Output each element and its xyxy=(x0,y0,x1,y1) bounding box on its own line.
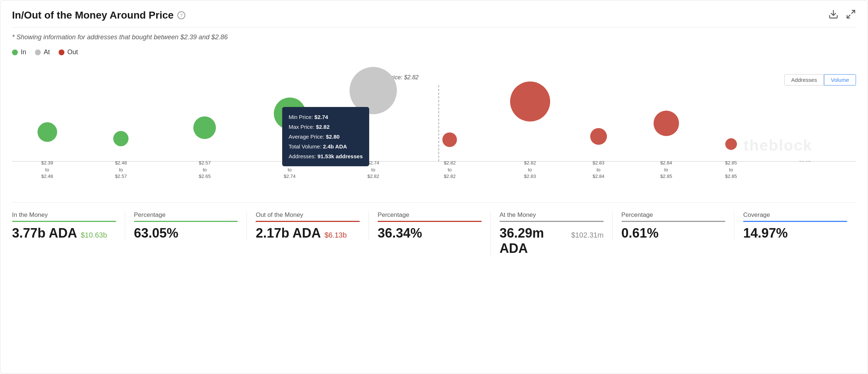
stat-sub-out: $6.13b xyxy=(324,231,347,239)
bubble-8[interactable] xyxy=(590,128,607,145)
stat-at-pct: Percentage 0.61% xyxy=(612,211,734,241)
stat-value-coverage: 14.97% xyxy=(743,226,847,241)
price-label-11: $2.85to$2.86 xyxy=(792,160,818,162)
stat-number-coverage: 14.97% xyxy=(743,226,788,241)
stat-at-the-money: At the Money 36.29m ADA $102.31m xyxy=(490,211,612,256)
stat-out-pct: Percentage 36.34% xyxy=(368,211,490,241)
stat-in-pct: Percentage 63.05% xyxy=(125,211,247,241)
price-label-10: $2.85to$2.85 xyxy=(718,160,744,180)
stat-number-in: 3.77b ADA xyxy=(12,226,77,241)
stat-value-at-pct: 0.61% xyxy=(622,226,726,241)
tooltip-max-label: Max Price: xyxy=(289,124,316,130)
stat-out-the-money: Out of the Money 2.17b ADA $6.13b xyxy=(246,211,368,241)
stat-number-at: 36.29m ADA xyxy=(500,226,568,256)
tooltip-avg-value: $2.80 xyxy=(326,134,340,140)
stat-underline-in-pct xyxy=(134,221,238,222)
bubble-col-8: $2.83to$2.84 xyxy=(590,145,607,162)
tooltip-avg-label: Average Price: xyxy=(289,134,326,140)
legend-in: In xyxy=(12,48,26,56)
price-label-2: $2.48to$2.57 xyxy=(108,160,134,180)
stat-underline-out-pct xyxy=(378,221,482,222)
legend: In At Out xyxy=(12,48,856,56)
legend-at: At xyxy=(35,48,50,56)
tooltip-min-value: $2.74 xyxy=(315,114,328,120)
price-label-1: $2.39to$2.48 xyxy=(35,160,60,180)
stat-value-out-pct: 36.34% xyxy=(378,226,482,241)
chart-area: Addresses Volume Current Price: $2.82 th… xyxy=(12,74,856,191)
stat-label-in-pct: Percentage xyxy=(134,211,238,219)
bubble-9[interactable] xyxy=(654,111,679,136)
stat-in-the-money: In the Money 3.77b ADA $10.63b xyxy=(12,211,125,241)
stat-value-in: 3.77b ADA $10.63b xyxy=(12,226,116,241)
price-line xyxy=(438,85,439,162)
bubble-6[interactable] xyxy=(442,132,457,147)
stat-underline-at xyxy=(500,221,604,222)
stat-underline-coverage xyxy=(743,221,847,222)
price-label-6: $2.82to$2.82 xyxy=(437,160,462,180)
price-label-7: $2.82to$2.83 xyxy=(517,160,543,180)
legend-dot-at xyxy=(35,49,41,55)
bubble-1[interactable] xyxy=(38,122,57,142)
svg-line-1 xyxy=(852,11,855,13)
stat-underline-at-pct xyxy=(622,221,726,222)
subtitle: * Showing information for addresses that… xyxy=(12,33,856,41)
stat-label-out-pct: Percentage xyxy=(378,211,482,219)
bubble-col-2: $2.48to$2.57 xyxy=(113,146,129,162)
bubble-col-11: $2.85to$2.86 xyxy=(789,129,821,162)
legend-out: Out xyxy=(59,48,78,56)
tooltip-addr-value: 91.53k addresses xyxy=(317,153,363,159)
stats-row: In the Money 3.77b ADA $10.63b Percentag… xyxy=(12,202,856,256)
tooltip-avg-price: Average Price: $2.80 xyxy=(289,132,363,142)
price-label-8: $2.83to$2.84 xyxy=(586,160,611,180)
tooltip-volume-label: Total Volume: xyxy=(289,143,323,150)
stat-number-out: 2.17b ADA xyxy=(256,226,321,241)
price-label-3: $2.57to$2.65 xyxy=(192,160,217,180)
legend-label-at: At xyxy=(44,48,50,56)
card-title: In/Out of the Money Around Price xyxy=(12,9,174,21)
bubble-7[interactable] xyxy=(510,81,550,122)
tooltip-min-price: Min Price: $2.74 xyxy=(289,112,363,122)
stat-number-in-pct: 63.05% xyxy=(134,226,178,241)
main-card: In/Out of the Money Around Price ? xyxy=(0,0,868,374)
stat-coverage: Coverage 14.97% xyxy=(734,211,856,241)
stat-label-at: At the Money xyxy=(500,211,604,219)
bubble-col-10: $2.85to$2.85 xyxy=(725,150,737,162)
bubble-col-9: $2.84to$2.85 xyxy=(654,136,679,162)
bubble-3[interactable] xyxy=(193,116,216,139)
stat-label-in: In the Money xyxy=(12,211,116,219)
stat-sub-in: $10.63b xyxy=(81,231,107,239)
bubble-2[interactable] xyxy=(113,131,129,146)
stat-number-at-pct: 0.61% xyxy=(622,226,659,241)
bubble-col-6: $2.82to$2.82 xyxy=(442,147,457,162)
legend-label-in: In xyxy=(21,48,26,56)
stat-value-at: 36.29m ADA $102.31m xyxy=(500,226,604,256)
bubble-col-3: $2.57to$2.65 xyxy=(193,139,216,162)
bubble-10[interactable] xyxy=(725,138,737,150)
bubble-chart: Current Price: $2.82 theblock $2.39to$2.… xyxy=(12,74,856,191)
tooltip-volume-value: 2.4b ADA xyxy=(323,143,347,150)
stat-underline-out xyxy=(256,221,360,222)
header-actions xyxy=(828,9,856,21)
card-header: In/Out of the Money Around Price ? xyxy=(12,9,856,28)
tooltip-addr-label: Addresses: xyxy=(289,153,317,159)
stat-value-in-pct: 63.05% xyxy=(134,226,238,241)
legend-dot-out xyxy=(59,49,64,55)
tooltip-volume: Total Volume: 2.4b ADA xyxy=(289,142,363,151)
expand-icon[interactable] xyxy=(846,9,856,21)
download-icon[interactable] xyxy=(828,9,839,21)
stat-sub-at: $102.31m xyxy=(571,231,604,239)
legend-label-out: Out xyxy=(67,48,78,56)
legend-dot-in xyxy=(12,49,18,55)
stat-label-out: Out of the Money xyxy=(256,211,360,219)
help-icon[interactable]: ? xyxy=(177,11,185,19)
tooltip-max-value: $2.82 xyxy=(316,124,330,130)
tooltip-min-label: Min Price: xyxy=(289,114,315,120)
stat-underline-in xyxy=(12,221,116,222)
tooltip-max-price: Max Price: $2.82 xyxy=(289,122,363,132)
bubble-col-7: $2.82to$2.83 xyxy=(510,122,550,162)
svg-line-2 xyxy=(847,15,850,18)
stat-value-out: 2.17b ADA $6.13b xyxy=(256,226,360,241)
price-label-9: $2.84to$2.85 xyxy=(654,160,679,180)
stat-label-coverage: Coverage xyxy=(743,211,847,219)
tooltip-addresses: Addresses: 91.53k addresses xyxy=(289,151,363,161)
